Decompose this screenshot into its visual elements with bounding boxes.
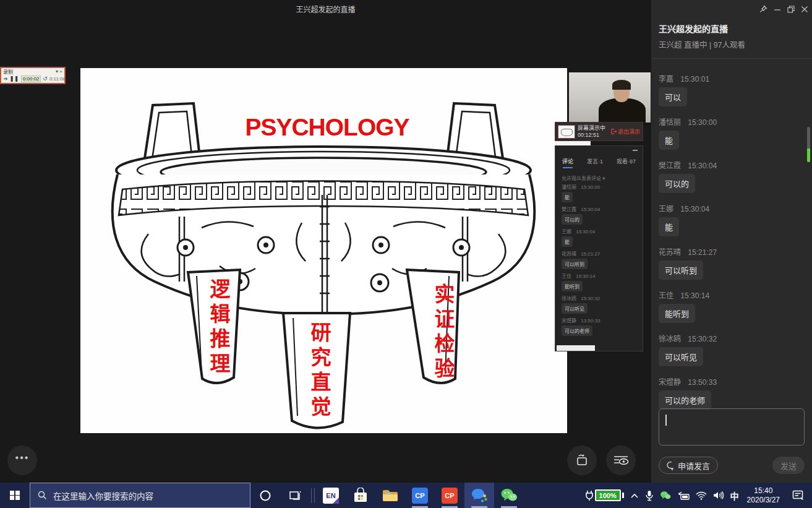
start-button[interactable] xyxy=(0,483,30,508)
live-chat-panel: 王兴超发起的直播 王兴超 直播中 | 97人观看 李嘉 15:30:01 可以 … xyxy=(651,0,812,483)
sender-name: 花苏晴 xyxy=(659,248,681,257)
message-bubble: 可以的老师 xyxy=(659,390,711,410)
mini-tab-speakers[interactable]: 发言·1 xyxy=(587,157,603,168)
mini-tab-viewers[interactable]: 观看·97 xyxy=(617,157,636,168)
taskbar-app-microsoft-store[interactable] xyxy=(346,483,375,508)
record-elapsed-time: 0:00:02 xyxy=(21,75,41,82)
mini-allow-comments-dropdown[interactable]: 允许观众发表评论 ▾ xyxy=(562,174,605,181)
taskbar-app-cp-blue[interactable]: CP xyxy=(405,483,435,508)
tray-projection[interactable] xyxy=(674,483,693,508)
action-center-button[interactable] xyxy=(785,483,812,508)
text-caret xyxy=(665,415,667,426)
tray-microphone[interactable] xyxy=(642,483,657,508)
chat-message: 王娜 15:30:04 能 xyxy=(659,203,803,236)
rotate-screen-button[interactable] xyxy=(567,446,597,475)
mini-message-list: 潘恬丽 15:30:00 能 樊江霞 15:30:04 可以的 xyxy=(562,184,640,340)
windows-logo-icon xyxy=(10,491,20,501)
taskbar-app-wechat[interactable] xyxy=(494,483,524,508)
wecom-icon xyxy=(471,488,488,504)
taskbar-app-endnote[interactable]: EN xyxy=(316,483,346,508)
mini-exit-presentation-button[interactable]: 退出演示 xyxy=(611,127,640,136)
chat-message: 潘恬丽 15:30:00 能 xyxy=(659,116,803,150)
record-pause-icon[interactable]: ❚❚ xyxy=(10,76,19,82)
store-icon xyxy=(353,488,369,504)
mini-minimize-icon[interactable] xyxy=(633,150,638,151)
cortana-button[interactable] xyxy=(250,483,280,508)
chat-message: 樊江霞 15:30:04 可以的 xyxy=(659,160,803,193)
recording-toolbar[interactable]: 录制 ▾ × ➜ ❚❚ 0:00:02 ↺ 0:11:08 xyxy=(0,67,66,84)
slide-leg-label-empirical: 实证检验 xyxy=(428,283,458,382)
restore-icon[interactable] xyxy=(787,6,795,13)
mini-chat-message: 花苏晴 15:21:27 可以听到 xyxy=(562,251,640,269)
pin-icon[interactable] xyxy=(759,5,767,13)
ime-indicator[interactable]: 中 xyxy=(727,483,742,508)
tray-overflow-chevron[interactable] xyxy=(627,483,642,508)
wechat-icon xyxy=(500,488,518,503)
task-view-icon xyxy=(288,489,302,502)
mini-message-time: 15:30:04 xyxy=(576,229,595,235)
slide-heading: PSYCHOLOGY xyxy=(240,114,414,141)
recording-dropdown-icon[interactable]: ▾ xyxy=(56,69,58,74)
wifi-icon xyxy=(696,491,707,500)
mini-sender-name: 徐冰鸥 xyxy=(562,296,576,301)
record-total-time: 0:11:08 xyxy=(49,76,66,82)
tray-wifi[interactable] xyxy=(693,483,710,508)
taskbar-app-cp-red[interactable]: CP xyxy=(435,483,464,508)
chat-message-list: 李嘉 15:30:01 可以 潘恬丽 15:30:00 能 樊江霞 xyxy=(659,73,803,420)
mini-message-bubble: 可以的 xyxy=(562,214,583,225)
minimize-icon[interactable] xyxy=(774,6,781,13)
list-eye-icon xyxy=(613,454,629,467)
exit-icon xyxy=(611,129,617,134)
chat-input[interactable] xyxy=(659,408,805,446)
live-stream-app: 王兴超发起的直播 xyxy=(0,0,812,508)
request-to-speak-button[interactable]: 申请发言 xyxy=(659,457,718,474)
presentation-slide: PSYCHOLOGY 逻辑推理 研究直觉 实证检验 xyxy=(80,68,567,433)
toggle-comments-button[interactable] xyxy=(606,446,636,475)
taskbar-app-wecom-active[interactable] xyxy=(464,483,494,508)
mini-share-time: 00:12:51 xyxy=(578,132,609,139)
battery-indicator[interactable]: 100% xyxy=(582,483,627,508)
message-bubble: 能 xyxy=(659,131,679,150)
mini-message-time: 15:30:04 xyxy=(581,207,600,212)
record-undo-icon[interactable]: ↺ xyxy=(43,76,48,82)
chat-message: 王佳 15:30:14 能听到 xyxy=(659,290,803,323)
more-options-button[interactable]: ••• xyxy=(7,446,37,475)
chat-message: 宋煜静 13:50:33 可以的老师 xyxy=(659,376,803,410)
task-view-button[interactable] xyxy=(280,483,310,508)
message-bubble: 能 xyxy=(659,217,679,236)
slide-leg-label-intuition: 研究直觉 xyxy=(304,322,334,421)
slide-leg-label-logic: 逻辑推理 xyxy=(203,278,233,377)
record-play-icon[interactable]: ➜ xyxy=(3,76,8,82)
stream-title: 王兴超发起的直播 xyxy=(659,22,728,35)
slide-gap xyxy=(555,141,591,145)
taskbar-search-box[interactable]: 在这里输入你要搜索的内容 xyxy=(30,483,250,508)
mini-comments-panel: 评论 发言·1 观看·97 允许观众发表评论 ▾ 潘恬丽 15:30:00 能 xyxy=(555,145,643,351)
stage: 王兴超发起的直播 xyxy=(0,0,651,483)
taskbar-clock[interactable]: 15:40 2020/3/27 xyxy=(742,486,785,505)
tray-wechat[interactable] xyxy=(657,483,674,508)
mini-message-bubble: 可以听见 xyxy=(562,303,588,314)
sender-name: 王娜 xyxy=(659,205,673,213)
send-button[interactable]: 发送 xyxy=(772,457,805,474)
mini-message-bubble: 能 xyxy=(562,192,573,202)
mini-chat-message: 王娜 15:30:04 能 xyxy=(562,229,640,247)
taskbar-app-file-explorer[interactable] xyxy=(375,483,405,508)
message-time: 13:50:33 xyxy=(688,378,717,387)
message-time: 15:30:00 xyxy=(688,118,717,127)
mini-message-bubble: 可以听到 xyxy=(562,259,588,269)
mini-tab-comments[interactable]: 评论 xyxy=(562,157,573,168)
close-icon[interactable] xyxy=(801,6,808,13)
mini-message-bubble: 能 xyxy=(562,236,573,247)
sender-name: 徐冰鸥 xyxy=(659,335,681,343)
recording-close-icon[interactable]: × xyxy=(59,69,62,74)
sender-name: 潘恬丽 xyxy=(659,118,681,127)
presenter-webcam-video[interactable] xyxy=(569,72,651,126)
chat-scrollbar[interactable] xyxy=(807,127,810,162)
taskbar-separator xyxy=(314,488,315,503)
tray-volume[interactable] xyxy=(710,483,727,508)
ellipsis-icon: ••• xyxy=(15,455,30,466)
sender-name: 宋煜静 xyxy=(659,378,681,387)
message-bubble: 可以 xyxy=(659,87,687,106)
taskbar-separator xyxy=(311,488,312,503)
window-title: 王兴超发起的直播 xyxy=(0,4,651,14)
